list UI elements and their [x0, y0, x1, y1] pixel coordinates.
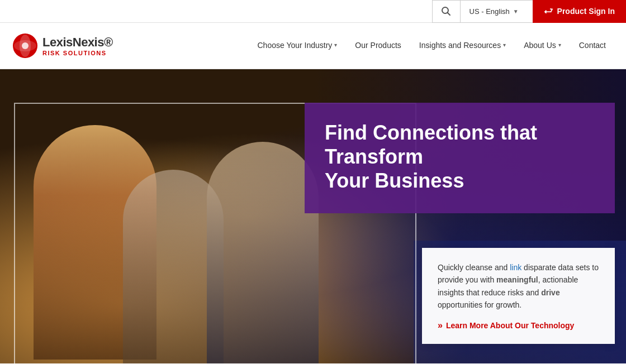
nav-label-industry: Choose Your Industry — [257, 41, 332, 50]
nav-item-about[interactable]: About Us ▾ — [515, 23, 570, 69]
double-arrow-icon: » — [438, 320, 443, 331]
logo-area[interactable]: LexisNexis® RISK SOLUTIONS — [11, 32, 145, 60]
hero-section: Find Connections that Transform Your Bus… — [0, 69, 626, 363]
nav-label-about: About Us — [524, 41, 556, 50]
language-selector[interactable]: US - English ▼ — [460, 0, 533, 23]
headline-line2: Your Business — [325, 169, 464, 192]
headline-line1: Find Connections that Transform — [325, 121, 537, 168]
signin-icon: ⮐ — [544, 6, 553, 16]
logo-text: LexisNexis® RISK SOLUTIONS — [42, 35, 113, 56]
nav-item-products[interactable]: Our Products — [346, 23, 410, 69]
signin-label: Product Sign In — [557, 7, 615, 16]
logo-subtitle: RISK SOLUTIONS — [42, 50, 113, 56]
language-arrow: ▼ — [513, 8, 519, 15]
hero-headline: Find Connections that Transform Your Bus… — [325, 121, 595, 193]
signin-button[interactable]: ⮐ Product Sign In — [533, 0, 626, 23]
text-drive: drive — [541, 288, 559, 297]
learn-more-label: Learn More About Our Technology — [446, 321, 574, 330]
hero-body-text: Quickly cleanse and link disparate data … — [438, 261, 599, 312]
hero-info-box: Quickly cleanse and link disparate data … — [422, 248, 615, 344]
search-button[interactable] — [432, 0, 460, 23]
person-silhouette-3 — [207, 142, 319, 363]
chevron-down-icon-insights: ▾ — [503, 42, 506, 48]
chevron-down-icon: ▾ — [334, 42, 337, 48]
nav-item-contact[interactable]: Contact — [570, 23, 615, 69]
hero-headline-box: Find Connections that Transform Your Bus… — [305, 103, 615, 213]
main-navigation: Choose Your Industry ▾ Our Products Insi… — [248, 23, 615, 69]
header: LexisNexis® RISK SOLUTIONS Choose Your I… — [0, 23, 626, 69]
svg-point-5 — [22, 42, 29, 49]
nav-item-industry[interactable]: Choose Your Industry ▾ — [248, 23, 346, 69]
svg-line-1 — [448, 13, 450, 16]
learn-more-link[interactable]: » Learn More About Our Technology — [438, 320, 599, 331]
link-cleanse[interactable]: link — [510, 263, 521, 272]
nav-item-insights[interactable]: Insights and Resources ▾ — [410, 23, 515, 69]
nav-label-products: Our Products — [355, 41, 401, 50]
top-bar: US - English ▼ ⮐ Product Sign In — [0, 0, 626, 23]
language-label: US - English — [470, 7, 510, 16]
nav-label-insights: Insights and Resources — [419, 41, 501, 50]
chevron-down-icon-about: ▾ — [558, 42, 561, 48]
nav-label-contact: Contact — [579, 41, 606, 50]
text-meaningful: meaningful — [496, 275, 538, 284]
logo-icon — [11, 32, 39, 60]
logo-name: LexisNexis® — [42, 35, 113, 50]
